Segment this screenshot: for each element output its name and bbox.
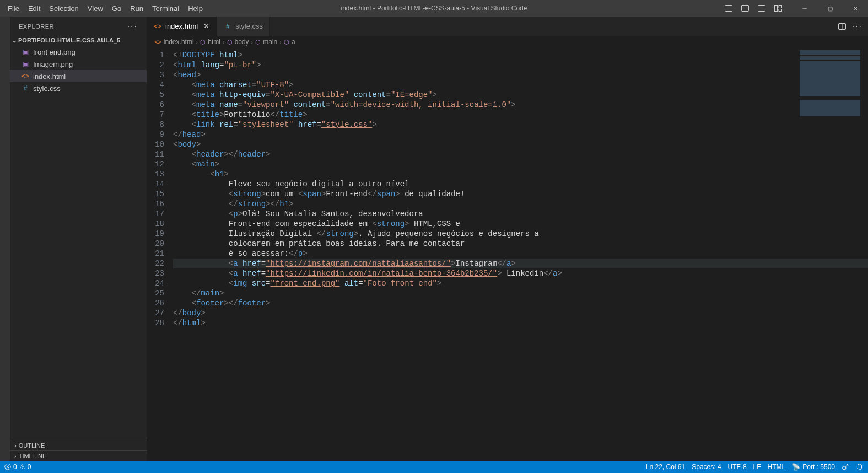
status-eol[interactable]: LF (753, 463, 761, 471)
split-editor-icon[interactable] (838, 22, 847, 31)
file-item[interactable]: <> index.html (10, 70, 147, 82)
activity-bar (0, 17, 10, 461)
broadcast-icon: 📡 (792, 463, 800, 471)
image-file-icon: ▣ (21, 60, 30, 68)
explorer-folder-header[interactable]: ⌄ PORTIFOLIO-HTML-E-CSS-AULA_5 (10, 36, 147, 45)
svg-point-11 (843, 466, 846, 470)
explorer-more-icon[interactable]: ··· (127, 22, 138, 31)
status-encoding[interactable]: UTF-8 (728, 463, 747, 471)
chevron-right-icon: › (223, 39, 225, 45)
port-label: Port : 5500 (802, 463, 835, 471)
menu-selection[interactable]: Selection (45, 2, 83, 15)
status-spaces[interactable]: Spaces: 4 (692, 463, 721, 471)
file-label: style.css (33, 84, 61, 93)
warning-icon: ⚠ (19, 463, 25, 471)
css-file-icon: # (223, 23, 232, 30)
svg-rect-0 (725, 6, 732, 12)
file-label: front end.png (33, 48, 76, 56)
minimap[interactable] (800, 50, 860, 127)
toggle-primary-sidebar-icon[interactable] (720, 0, 737, 17)
chevron-right-icon: › (196, 39, 198, 45)
menu-go[interactable]: Go (107, 2, 126, 15)
breadcrumb-item[interactable]: a (292, 38, 295, 46)
tag-icon: ⬡ (284, 39, 289, 46)
status-language[interactable]: HTML (768, 463, 786, 471)
svg-rect-2 (742, 6, 749, 12)
window-minimize-icon[interactable]: ─ (792, 0, 817, 17)
window-maximize-icon[interactable]: ▢ (817, 0, 843, 17)
chevron-right-icon: › (251, 39, 254, 45)
menu-view[interactable]: View (83, 2, 107, 15)
css-file-icon: # (21, 84, 30, 92)
breadcrumb[interactable]: <> index.html › ⬡ html › ⬡ body › ⬡ main… (147, 36, 868, 48)
svg-rect-4 (758, 6, 765, 12)
chevron-down-icon: ⌄ (12, 37, 17, 44)
menu-edit[interactable]: Edit (24, 2, 45, 15)
editor-more-icon[interactable]: ··· (852, 22, 862, 31)
tag-icon: ⬡ (227, 39, 233, 46)
chevron-right-icon: › (14, 442, 17, 449)
timeline-section[interactable]: › TIMELINE (10, 450, 147, 461)
tab-bar: <> index.html ✕ # style.css ··· (147, 17, 868, 36)
line-number-gutter: 1234567891011121314151617181920212223242… (147, 48, 173, 461)
file-item[interactable]: # style.css (10, 82, 147, 94)
file-tree: ▣ front end.png ▣ Imagem.png <> index.ht… (10, 45, 147, 440)
menu-terminal[interactable]: Terminal (148, 2, 184, 15)
warnings-count: 0 (28, 463, 31, 471)
outline-label: OUTLINE (19, 442, 45, 449)
outline-section[interactable]: › OUTLINE (10, 440, 147, 450)
status-feedback-icon[interactable] (842, 463, 849, 471)
error-icon: ⓧ (4, 463, 11, 472)
customize-layout-icon[interactable] (770, 0, 786, 17)
file-label: Imagem.png (33, 60, 73, 68)
status-cursor[interactable]: Ln 22, Col 61 (646, 463, 685, 471)
html-file-icon: <> (154, 39, 161, 45)
window-close-icon[interactable]: ✕ (843, 0, 868, 17)
status-live-server[interactable]: 📡 Port : 5500 (792, 463, 835, 471)
editor-group: <> index.html ✕ # style.css ··· <> index… (147, 17, 868, 461)
toggle-secondary-sidebar-icon[interactable] (753, 0, 770, 17)
timeline-label: TIMELINE (19, 453, 47, 459)
image-file-icon: ▣ (21, 48, 30, 56)
tab-label: index.html (165, 22, 198, 30)
status-bell-icon[interactable] (856, 463, 864, 471)
main-menu: File Edit Selection View Go Run Terminal… (3, 2, 207, 15)
svg-rect-8 (779, 9, 782, 12)
svg-rect-7 (779, 6, 782, 8)
tag-icon: ⬡ (255, 39, 261, 46)
tab-label: style.css (235, 22, 263, 30)
menu-run[interactable]: Run (126, 2, 148, 15)
breadcrumb-item[interactable]: main (263, 38, 277, 46)
status-errors[interactable]: ⓧ 0 ⚠ 0 (4, 463, 31, 472)
file-label: index.html (33, 72, 66, 80)
svg-rect-6 (775, 6, 778, 12)
close-icon[interactable]: ✕ (201, 22, 209, 30)
code-content[interactable]: <!DOCTYPE html><html lang="pt-br"><head>… (173, 48, 868, 461)
chevron-right-icon: › (14, 453, 17, 459)
tab-style-css[interactable]: # style.css (217, 17, 270, 36)
explorer-title: EXPLORER (19, 23, 54, 30)
tag-icon: ⬡ (200, 39, 206, 46)
html-file-icon: <> (21, 72, 30, 80)
status-bar: ⓧ 0 ⚠ 0 Ln 22, Col 61 Spaces: 4 UTF-8 LF… (0, 461, 868, 473)
menu-help[interactable]: Help (184, 2, 207, 15)
tab-index-html[interactable]: <> index.html ✕ (147, 17, 217, 36)
titlebar: File Edit Selection View Go Run Terminal… (0, 0, 868, 17)
chevron-right-icon: › (279, 39, 282, 45)
code-editor[interactable]: 1234567891011121314151617181920212223242… (147, 48, 868, 461)
breadcrumb-item[interactable]: html (208, 38, 220, 46)
html-file-icon: <> (153, 23, 162, 30)
explorer-sidebar: EXPLORER ··· ⌄ PORTIFOLIO-HTML-E-CSS-AUL… (10, 17, 147, 461)
file-item[interactable]: ▣ Imagem.png (10, 58, 147, 70)
project-name: PORTIFOLIO-HTML-E-CSS-AULA_5 (18, 37, 120, 44)
errors-count: 0 (13, 463, 17, 471)
file-item[interactable]: ▣ front end.png (10, 46, 147, 58)
breadcrumb-item[interactable]: body (235, 38, 249, 46)
breadcrumb-item[interactable]: index.html (164, 38, 194, 46)
menu-file[interactable]: File (3, 2, 24, 15)
toggle-panel-icon[interactable] (737, 0, 753, 17)
